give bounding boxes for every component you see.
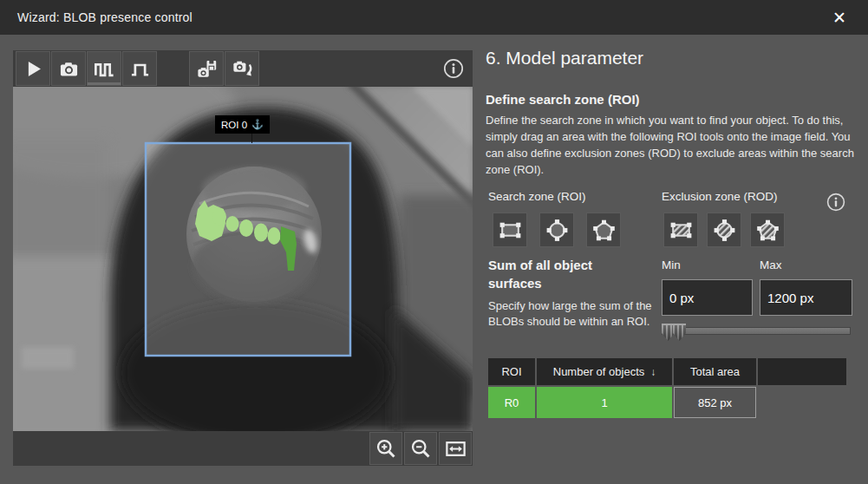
sort-desc-icon: ↓ [650, 366, 656, 378]
single-trigger-icon [128, 57, 152, 81]
info-icon[interactable] [442, 57, 465, 80]
zone-info-icon[interactable] [826, 192, 846, 213]
image-toolbar [13, 50, 473, 87]
roi-circle-icon [544, 218, 571, 243]
rod-polygon-tool-button[interactable] [750, 213, 785, 247]
rod-circle-tool-button[interactable] [707, 213, 741, 247]
load-image-icon [231, 57, 254, 81]
camera-image-view[interactable]: ROI 0 ⚓ [13, 87, 473, 431]
table-row[interactable]: R0 1 852 px [488, 387, 848, 418]
snapshot-button[interactable] [51, 51, 86, 86]
sum-section-title: Sum of all object surfaces [488, 256, 640, 292]
play-icon [22, 57, 45, 81]
roi-tools [493, 213, 621, 247]
close-button[interactable]: ✕ [823, 3, 856, 31]
step-title: 6. Model parameter [486, 48, 643, 69]
continuous-trigger-icon [93, 57, 116, 81]
roi-rectangle-tool-button[interactable] [493, 213, 527, 247]
column-header-roi[interactable]: ROI [488, 358, 535, 385]
roi-label-text: ROI 0 [221, 120, 247, 130]
window-title: Wizard: BLOB presence control [17, 10, 193, 24]
zoom-out-button[interactable] [404, 432, 437, 465]
roi-section-title: Define search zone (ROI) [486, 92, 640, 107]
rod-rectangle-icon [668, 218, 695, 243]
roi-move-icon: ⚓ [251, 119, 264, 130]
roi-polygon-tool-button[interactable] [586, 213, 621, 247]
max-value-input[interactable] [760, 279, 852, 316]
cell-area: 852 px [674, 387, 756, 418]
area-range-slider[interactable] [662, 323, 851, 342]
results-table: ROI Number of objects ↓ Total area R0 1 … [488, 358, 848, 418]
fit-width-icon [444, 437, 467, 461]
roi-polygon-icon [591, 218, 617, 243]
roi-circle-tool-button[interactable] [539, 213, 574, 247]
load-image-button[interactable] [225, 51, 259, 86]
roi-label-tick [251, 134, 252, 143]
max-label: Max [760, 258, 782, 271]
min-value-input[interactable] [662, 279, 753, 316]
save-image-icon [195, 57, 219, 81]
zoom-out-icon [409, 437, 433, 461]
cell-roi[interactable]: R0 [488, 387, 535, 418]
camera-icon [57, 57, 81, 81]
rod-polygon-icon [754, 218, 781, 243]
wizard-dialog: Wizard: BLOB presence control ✕ [0, 0, 868, 484]
play-button[interactable] [16, 51, 50, 86]
parameter-panel: 6. Model parameter Define search zone (R… [486, 35, 868, 484]
column-header-empty [758, 358, 846, 385]
column-header-objects[interactable]: Number of objects ↓ [537, 358, 672, 385]
single-trigger-button[interactable] [122, 51, 157, 86]
cell-objects[interactable]: 1 [537, 387, 672, 418]
zoom-in-button[interactable] [369, 432, 402, 465]
roi-section-description: Define the search zone in which you want… [486, 112, 857, 178]
search-zone-label: Search zone (ROI) [488, 190, 586, 203]
sum-section-description: Specify how large the sum of the BLOBs s… [488, 298, 669, 329]
rod-rectangle-tool-button[interactable] [663, 213, 698, 247]
table-header: ROI Number of objects ↓ Total area [488, 358, 848, 385]
continuous-trigger-button[interactable] [87, 51, 121, 86]
close-icon: ✕ [832, 8, 846, 28]
rod-circle-icon [711, 218, 738, 243]
roi-rectangle-icon [497, 218, 524, 243]
min-label: Min [662, 258, 681, 271]
roi-label[interactable]: ROI 0 ⚓ [215, 115, 270, 134]
save-image-button[interactable] [189, 51, 224, 86]
column-header-area[interactable]: Total area [674, 358, 756, 385]
camera-image [13, 87, 473, 431]
slider-track[interactable] [662, 327, 851, 335]
rod-tools [663, 213, 785, 247]
fit-width-button[interactable] [439, 432, 472, 465]
slider-handle-min[interactable] [662, 324, 675, 341]
zoom-toolbar [13, 431, 473, 466]
title-bar: Wizard: BLOB presence control ✕ [0, 0, 868, 35]
zoom-in-icon [375, 437, 398, 461]
exclusion-zone-label: Exclusion zone (ROD) [662, 190, 778, 203]
slider-handle-max[interactable] [673, 324, 686, 341]
